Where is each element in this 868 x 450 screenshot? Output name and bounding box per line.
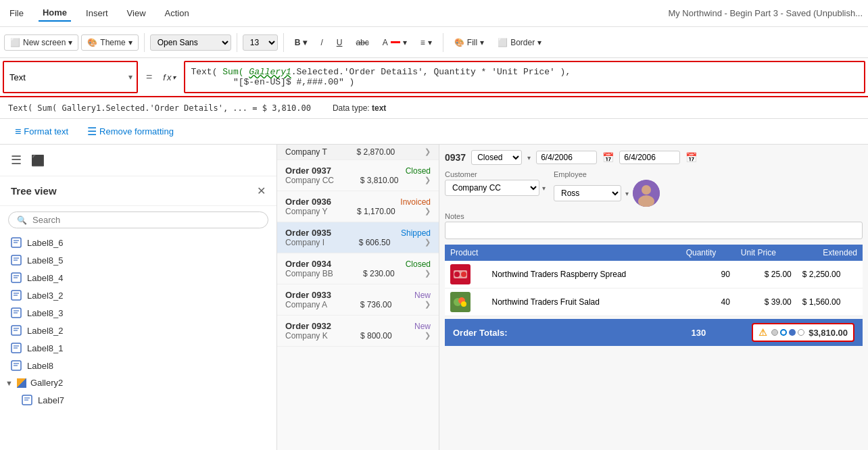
notes-input[interactable] (445, 222, 863, 239)
product-row-2[interactable]: Northwind Traders Fruit Salad 40 $ 39.00… (445, 289, 863, 316)
menu-action[interactable]: Action (161, 5, 193, 21)
order-name-0934: Order 0934 (285, 259, 331, 269)
align-chevron-icon: ▾ (428, 38, 432, 47)
label-icon-8-1 (11, 343, 22, 353)
formula-control-chevron-icon[interactable]: ▾ (126, 72, 135, 82)
order-item-0935[interactable]: Order 0935 Shipped Company I $ 606.50 ❯ (277, 222, 439, 253)
formula-hint-datatype: Data type: text (333, 103, 386, 113)
tree-item-label8-6[interactable]: Label8_6 (0, 234, 276, 251)
formula-fx-label: x (167, 72, 172, 82)
new-screen-button[interactable]: ⬜ New screen ▾ (4, 34, 78, 51)
customer-select[interactable]: Company CC (445, 180, 539, 196)
label-icon-7 (22, 395, 32, 405)
order-totals-bar: Order Totals: 130 ⚠ $3,810.00 (445, 319, 863, 346)
label-icon-3-2 (11, 290, 22, 301)
order-item-0937[interactable]: Order 0937 Closed Company CC $ 3,810.00 … (277, 160, 439, 191)
product-row-1[interactable]: Northwind Traders Raspberry Spread 90 $ … (445, 261, 863, 289)
employee-field: Employee Ross ▾ (554, 170, 660, 207)
tree-item-label8-2[interactable]: Label8_2 (0, 322, 276, 339)
tree-item-label-8: Label8 (27, 361, 53, 371)
sidebar-hamburger-icon[interactable]: ☰ (5, 147, 27, 173)
dot-2 (780, 329, 787, 336)
menu-bar: File Home Insert View Action My Northwin… (0, 0, 868, 27)
svg-point-32 (461, 272, 466, 277)
order-name-0932: Order 0932 (285, 321, 331, 331)
underline-button[interactable]: U (331, 35, 348, 50)
warning-icon: ⚠ (758, 327, 767, 338)
formula-control-input[interactable] (4, 72, 126, 82)
border-chevron-icon: ▾ (537, 38, 541, 47)
formula-expression-box[interactable]: Text( Sum( Gallery1.Selected.'Order Deta… (184, 61, 865, 93)
tree-item-label8-4[interactable]: Label8_4 (0, 269, 276, 286)
tree-group-gallery2[interactable]: ▼ Gallery2 (0, 374, 276, 391)
tree-item-label8-1[interactable]: Label8_1 (0, 339, 276, 357)
tree-item-label7[interactable]: Label7 (0, 391, 276, 409)
underline-label: U (337, 38, 343, 47)
sidebar: ☰ ⬛ Tree view ✕ 🔍 Label8_6 (0, 145, 277, 450)
sidebar-header: Tree view ✕ (0, 176, 276, 206)
order-company-0934: Company BB (285, 269, 333, 278)
sidebar-search-box: 🔍 (8, 211, 268, 228)
order-status-0937: Closed (406, 166, 431, 176)
tree-item-label8[interactable]: Label8 (0, 357, 276, 374)
order-chevron-0932: ❯ (425, 331, 431, 341)
format-toolbar: ≡ Format text ☰ Remove formatting (0, 119, 868, 145)
formula-hint-code: Text( Sum( Gallery1.Selected.'Order Deta… (8, 103, 311, 113)
order-item-0933[interactable]: Order 0933 New Company A $ 736.00 ❯ (277, 284, 439, 316)
remove-formatting-button[interactable]: ☰ Remove formatting (80, 122, 180, 141)
fill-button[interactable]: 🎨 Fill ▾ (449, 35, 489, 50)
new-screen-icon: ⬜ (10, 38, 20, 47)
order-status-select[interactable]: Closed Shipped Invoiced New (471, 150, 522, 165)
notes-section: Notes (445, 212, 863, 239)
order-list-header-chevron-icon: ❯ (425, 147, 431, 157)
font-select[interactable]: Open Sans (150, 34, 231, 51)
font-size-select[interactable]: 13 (243, 34, 278, 51)
toolbar-separator-1 (144, 33, 145, 52)
sidebar-close-button[interactable]: ✕ (257, 184, 266, 197)
customer-chevron-icon: ▾ (542, 184, 546, 192)
main-area: ☰ ⬛ Tree view ✕ 🔍 Label8_6 (0, 145, 868, 450)
menu-view[interactable]: View (123, 5, 150, 21)
format-text-button[interactable]: ≡ Format text (8, 123, 75, 141)
menu-file[interactable]: File (5, 5, 28, 21)
order-status-0935: Shipped (401, 228, 431, 238)
order-item-0932[interactable]: Order 0932 New Company K $ 800.00 ❯ (277, 316, 439, 347)
menu-insert[interactable]: Insert (82, 5, 112, 21)
font-color-swatch (391, 41, 400, 43)
label-icon-8-6 (11, 237, 22, 248)
date2-calendar-icon[interactable]: 📅 (685, 152, 697, 163)
order-item-0934[interactable]: Order 0934 Closed Company BB $ 230.00 ❯ (277, 253, 439, 284)
menu-home[interactable]: Home (39, 5, 71, 22)
tree-item-label8-5[interactable]: Label8_5 (0, 251, 276, 269)
order-date2-input[interactable] (619, 151, 680, 164)
theme-label: Theme (100, 38, 125, 47)
app-title: My Northwind - Begin Part 3 - Saved (Unp… (668, 8, 863, 18)
order-amount-0932: $ 800.00 (360, 331, 392, 341)
search-input[interactable] (32, 215, 260, 225)
align-button[interactable]: ≡ ▾ (415, 35, 437, 50)
employee-select[interactable]: Ross (554, 185, 621, 201)
tree-item-label3-2[interactable]: Label3_2 (0, 286, 276, 304)
product-extended-2: $ 1,560.00 (797, 289, 863, 316)
order-item-0936[interactable]: Order 0936 Invoiced Company Y $ 1,170.00… (277, 191, 439, 222)
bold-button[interactable]: B ▾ (289, 35, 313, 50)
strikethrough-button[interactable]: abc (350, 35, 374, 50)
font-color-button[interactable]: A ▾ (377, 35, 412, 50)
product-col-header: Product (445, 245, 681, 261)
toolbar-separator-4 (443, 33, 443, 52)
theme-button[interactable]: 🎨 Theme ▾ (81, 34, 138, 51)
date1-calendar-icon[interactable]: 📅 (602, 152, 614, 163)
order-detail-number: 0937 (445, 152, 466, 163)
order-list-header-company: Company T (285, 147, 327, 157)
formula-fx-button[interactable]: f x ▾ (158, 58, 181, 96)
tree-item-label-8-3: Label8_3 (27, 308, 64, 318)
label-icon-8-2 (11, 325, 22, 336)
product-unit-price-1: $ 25.00 (736, 261, 797, 289)
customer-label: Customer (445, 170, 546, 178)
italic-button[interactable]: / (315, 35, 328, 50)
order-name-0935: Order 0935 (285, 228, 331, 238)
border-button[interactable]: ⬜ Border ▾ (492, 35, 547, 50)
order-date1-input[interactable] (536, 151, 597, 164)
product-img-1 (445, 261, 487, 289)
tree-item-label8-3[interactable]: Label8_3 (0, 304, 276, 322)
